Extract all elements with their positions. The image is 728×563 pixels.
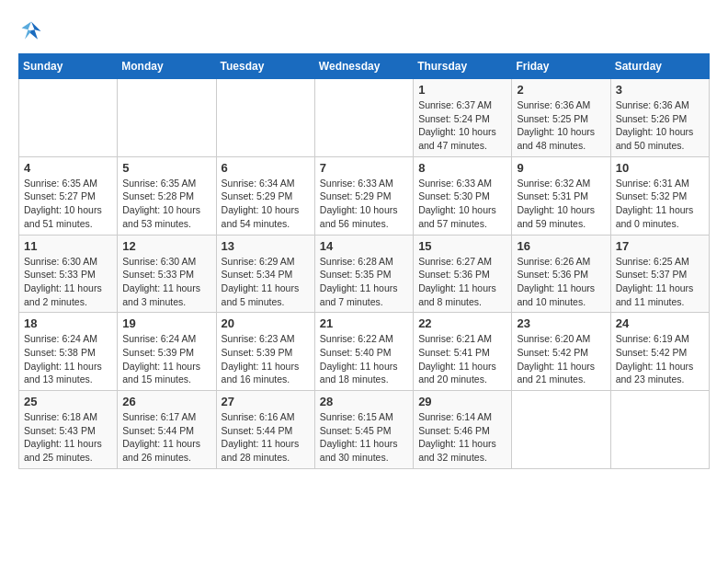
day-number: 14 bbox=[320, 239, 408, 253]
day-number: 4 bbox=[24, 161, 112, 175]
day-number: 13 bbox=[222, 239, 310, 253]
calendar-cell: 4Sunrise: 6:35 AM Sunset: 5:27 PM Daylig… bbox=[19, 156, 118, 235]
calendar-week-row: 4Sunrise: 6:35 AM Sunset: 5:27 PM Daylig… bbox=[19, 156, 710, 235]
calendar-cell: 14Sunrise: 6:28 AM Sunset: 5:35 PM Dayli… bbox=[314, 235, 413, 313]
day-number: 27 bbox=[222, 395, 310, 408]
day-info: Sunrise: 6:36 AM Sunset: 5:25 PM Dayligh… bbox=[517, 98, 605, 153]
day-info: Sunrise: 6:24 AM Sunset: 5:39 PM Dayligh… bbox=[122, 332, 210, 386]
day-number: 7 bbox=[320, 161, 408, 175]
day-info: Sunrise: 6:30 AM Sunset: 5:33 PM Dayligh… bbox=[24, 255, 112, 309]
day-number: 6 bbox=[222, 161, 310, 175]
day-number: 16 bbox=[517, 239, 605, 253]
header-cell-saturday: Saturday bbox=[610, 54, 709, 79]
header-cell-thursday: Thursday bbox=[414, 54, 512, 79]
calendar-cell: 7Sunrise: 6:33 AM Sunset: 5:29 PM Daylig… bbox=[314, 156, 413, 235]
day-info: Sunrise: 6:19 AM Sunset: 5:42 PM Dayligh… bbox=[616, 332, 704, 386]
calendar-week-row: 11Sunrise: 6:30 AM Sunset: 5:33 PM Dayli… bbox=[19, 235, 710, 313]
calendar-cell: 20Sunrise: 6:23 AM Sunset: 5:39 PM Dayli… bbox=[216, 313, 314, 391]
calendar-cell: 27Sunrise: 6:16 AM Sunset: 5:44 PM Dayli… bbox=[216, 391, 314, 469]
logo-icon bbox=[18, 18, 44, 44]
day-number: 18 bbox=[24, 316, 112, 330]
day-number: 2 bbox=[517, 83, 605, 97]
day-number: 29 bbox=[418, 395, 506, 408]
calendar-cell: 18Sunrise: 6:24 AM Sunset: 5:38 PM Dayli… bbox=[19, 313, 118, 391]
calendar-cell bbox=[512, 391, 610, 469]
calendar-cell: 25Sunrise: 6:18 AM Sunset: 5:43 PM Dayli… bbox=[19, 391, 118, 469]
calendar-week-row: 1Sunrise: 6:37 AM Sunset: 5:24 PM Daylig… bbox=[19, 79, 710, 157]
day-number: 17 bbox=[616, 239, 704, 253]
day-number: 24 bbox=[616, 316, 704, 330]
day-info: Sunrise: 6:30 AM Sunset: 5:33 PM Dayligh… bbox=[122, 255, 210, 309]
day-info: Sunrise: 6:23 AM Sunset: 5:39 PM Dayligh… bbox=[222, 332, 310, 386]
day-info: Sunrise: 6:27 AM Sunset: 5:36 PM Dayligh… bbox=[418, 255, 506, 309]
calendar-cell: 21Sunrise: 6:22 AM Sunset: 5:40 PM Dayli… bbox=[314, 313, 413, 391]
calendar-table: SundayMondayTuesdayWednesdayThursdayFrid… bbox=[18, 53, 710, 469]
day-number: 15 bbox=[418, 239, 506, 253]
calendar-cell: 19Sunrise: 6:24 AM Sunset: 5:39 PM Dayli… bbox=[118, 313, 216, 391]
calendar-cell: 15Sunrise: 6:27 AM Sunset: 5:36 PM Dayli… bbox=[414, 235, 512, 313]
day-info: Sunrise: 6:18 AM Sunset: 5:43 PM Dayligh… bbox=[24, 410, 112, 465]
day-info: Sunrise: 6:29 AM Sunset: 5:34 PM Dayligh… bbox=[222, 255, 310, 309]
day-number: 19 bbox=[122, 316, 210, 330]
calendar-cell: 29Sunrise: 6:14 AM Sunset: 5:46 PM Dayli… bbox=[414, 391, 512, 469]
calendar-cell: 10Sunrise: 6:31 AM Sunset: 5:32 PM Dayli… bbox=[610, 156, 709, 235]
day-number: 22 bbox=[418, 316, 506, 330]
calendar-cell bbox=[314, 79, 413, 157]
day-info: Sunrise: 6:25 AM Sunset: 5:37 PM Dayligh… bbox=[616, 255, 704, 309]
calendar-header-row: SundayMondayTuesdayWednesdayThursdayFrid… bbox=[19, 54, 710, 79]
day-info: Sunrise: 6:32 AM Sunset: 5:31 PM Dayligh… bbox=[517, 177, 605, 231]
calendar-cell bbox=[610, 391, 709, 469]
calendar-cell: 6Sunrise: 6:34 AM Sunset: 5:29 PM Daylig… bbox=[216, 156, 314, 235]
calendar-cell: 2Sunrise: 6:36 AM Sunset: 5:25 PM Daylig… bbox=[512, 79, 610, 157]
day-number: 10 bbox=[616, 161, 704, 175]
day-number: 26 bbox=[122, 395, 210, 408]
day-info: Sunrise: 6:14 AM Sunset: 5:46 PM Dayligh… bbox=[418, 410, 506, 465]
calendar-cell: 23Sunrise: 6:20 AM Sunset: 5:42 PM Dayli… bbox=[512, 313, 610, 391]
day-number: 28 bbox=[320, 395, 408, 408]
day-info: Sunrise: 6:36 AM Sunset: 5:26 PM Dayligh… bbox=[616, 98, 704, 153]
calendar-cell: 16Sunrise: 6:26 AM Sunset: 5:36 PM Dayli… bbox=[512, 235, 610, 313]
day-info: Sunrise: 6:28 AM Sunset: 5:35 PM Dayligh… bbox=[320, 255, 408, 309]
day-number: 5 bbox=[122, 161, 210, 175]
calendar-cell: 8Sunrise: 6:33 AM Sunset: 5:30 PM Daylig… bbox=[414, 156, 512, 235]
day-number: 20 bbox=[222, 316, 310, 330]
day-info: Sunrise: 6:31 AM Sunset: 5:32 PM Dayligh… bbox=[616, 177, 704, 231]
calendar-cell: 1Sunrise: 6:37 AM Sunset: 5:24 PM Daylig… bbox=[414, 79, 512, 157]
calendar-cell: 17Sunrise: 6:25 AM Sunset: 5:37 PM Dayli… bbox=[610, 235, 709, 313]
day-info: Sunrise: 6:33 AM Sunset: 5:29 PM Dayligh… bbox=[320, 177, 408, 231]
calendar-cell: 12Sunrise: 6:30 AM Sunset: 5:33 PM Dayli… bbox=[118, 235, 216, 313]
logo bbox=[18, 18, 48, 44]
calendar-cell bbox=[118, 79, 216, 157]
calendar-body: 1Sunrise: 6:37 AM Sunset: 5:24 PM Daylig… bbox=[19, 79, 710, 469]
day-info: Sunrise: 6:35 AM Sunset: 5:27 PM Dayligh… bbox=[24, 177, 112, 231]
day-info: Sunrise: 6:21 AM Sunset: 5:41 PM Dayligh… bbox=[418, 332, 506, 386]
day-info: Sunrise: 6:33 AM Sunset: 5:30 PM Dayligh… bbox=[418, 177, 506, 231]
calendar-week-row: 25Sunrise: 6:18 AM Sunset: 5:43 PM Dayli… bbox=[19, 391, 710, 469]
day-number: 8 bbox=[418, 161, 506, 175]
calendar-cell bbox=[216, 79, 314, 157]
calendar-cell bbox=[19, 79, 118, 157]
day-info: Sunrise: 6:26 AM Sunset: 5:36 PM Dayligh… bbox=[517, 255, 605, 309]
calendar-cell: 28Sunrise: 6:15 AM Sunset: 5:45 PM Dayli… bbox=[314, 391, 413, 469]
calendar-week-row: 18Sunrise: 6:24 AM Sunset: 5:38 PM Dayli… bbox=[19, 313, 710, 391]
day-number: 3 bbox=[616, 83, 704, 97]
svg-marker-1 bbox=[22, 22, 32, 40]
day-info: Sunrise: 6:20 AM Sunset: 5:42 PM Dayligh… bbox=[517, 332, 605, 386]
day-info: Sunrise: 6:15 AM Sunset: 5:45 PM Dayligh… bbox=[320, 410, 408, 465]
header-cell-wednesday: Wednesday bbox=[314, 54, 413, 79]
day-number: 1 bbox=[418, 83, 506, 97]
calendar-cell: 9Sunrise: 6:32 AM Sunset: 5:31 PM Daylig… bbox=[512, 156, 610, 235]
day-number: 23 bbox=[517, 316, 605, 330]
day-info: Sunrise: 6:34 AM Sunset: 5:29 PM Dayligh… bbox=[222, 177, 310, 231]
day-info: Sunrise: 6:16 AM Sunset: 5:44 PM Dayligh… bbox=[222, 410, 310, 465]
header-cell-sunday: Sunday bbox=[19, 54, 118, 79]
calendar-cell: 13Sunrise: 6:29 AM Sunset: 5:34 PM Dayli… bbox=[216, 235, 314, 313]
day-number: 21 bbox=[320, 316, 408, 330]
calendar-cell: 3Sunrise: 6:36 AM Sunset: 5:26 PM Daylig… bbox=[610, 79, 709, 157]
day-number: 12 bbox=[122, 239, 210, 253]
calendar-cell: 11Sunrise: 6:30 AM Sunset: 5:33 PM Dayli… bbox=[19, 235, 118, 313]
calendar-cell: 24Sunrise: 6:19 AM Sunset: 5:42 PM Dayli… bbox=[610, 313, 709, 391]
header-cell-friday: Friday bbox=[512, 54, 610, 79]
day-number: 25 bbox=[24, 395, 112, 408]
day-info: Sunrise: 6:37 AM Sunset: 5:24 PM Dayligh… bbox=[418, 98, 506, 153]
